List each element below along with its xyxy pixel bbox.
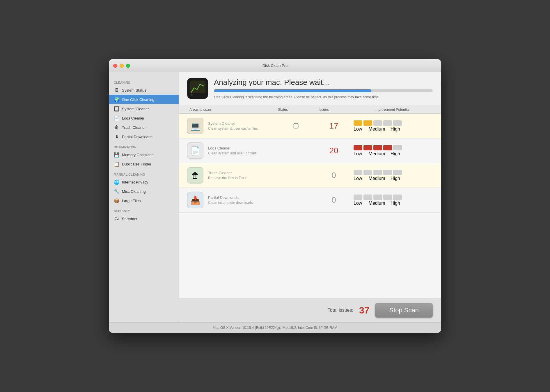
row-issues-trash-cleaner: 0 [316,171,351,180]
sidebar-item-duplicates-finder[interactable]: 📋Duplicates Finder [109,159,179,169]
row-title-system-cleaner: System Cleaner [208,121,259,126]
scan-row-partial-downloads: 📥Partial DownloadsClean incomplete downl… [179,188,441,213]
bar-label-medium-logs-cleaner: Medium [369,151,385,156]
sidebar-section-security: SECURITY [109,205,179,214]
sidebar-item-internet-privacy[interactable]: 🌐Internet Privacy [109,177,179,187]
row-desc-logs-cleaner: Clean system and user log files. [208,151,258,155]
sidebar-label-system-status: System Status [122,88,146,92]
bar-label-low-trash-cleaner: Low [354,176,369,181]
header-subtitle: One Click Cleaning is scanning the follo… [214,95,433,100]
sidebar-section-manual-cleaning: MANUAL CLEANING [109,169,179,177]
row-issues-partial-downloads: 0 [316,195,351,205]
row-icon-system-cleaner: 💻 [187,118,203,134]
bar-label-medium-trash-cleaner: Medium [369,176,385,181]
row-info-trash-cleaner: 🗑Trash CleanerRemove the files in Trash. [187,167,276,183]
app-window: Disk Clean Pro CLEANING🖥System Status🌍On… [109,59,441,333]
bar-label-high-logs-cleaner: High [385,151,400,156]
bar-label-low-logs-cleaner: Low [354,151,369,156]
window-controls [113,64,130,68]
main-header: 0 Analyzing your mac. Please wait... One… [179,72,441,106]
window-title: Disk Clean Pro [262,63,288,68]
partial-downloads-icon: ⬇ [114,134,120,140]
sidebar-label-partial-downloads: Partial Downloads [122,135,152,139]
improvement-cell-logs-cleaner: LowMediumHigh [351,145,433,156]
app-icon: 0 [187,78,208,99]
sidebar-label-trash-cleaner: Trash Cleaner [122,125,146,130]
sidebar-label-misc-cleaning: Misc Cleaning [122,189,146,194]
header-text: Analyzing your mac. Please wait... One C… [214,78,433,100]
sidebar-item-memory-optimizer[interactable]: 💾Memory Optimizer [109,150,179,159]
one-click-cleaning-icon: 🌍 [114,97,120,102]
bar-label-medium-partial-downloads: Medium [369,201,385,206]
sidebar-item-shredder[interactable]: 🗂Shredder [109,214,179,223]
large-files-icon: 📦 [114,198,120,204]
spinner-system-cleaner [293,123,299,129]
row-info-logs-cleaner: 📄Logs CleanerClean system and user log f… [187,142,276,159]
memory-optimizer-icon: 💾 [114,152,120,158]
close-button[interactable] [113,64,117,68]
row-icon-trash-cleaner: 🗑 [187,167,203,183]
status-text: Mac OS X Version 10.15.4 (Build 19E224g)… [213,326,337,330]
minimize-button[interactable] [120,64,124,68]
sidebar-item-misc-cleaning[interactable]: 🔧Misc Cleaning [109,187,179,196]
sidebar-label-memory-optimizer: Memory Optimizer [122,153,153,157]
logs-cleaner-icon: 📄 [114,115,120,121]
sidebar-item-partial-downloads[interactable]: ⬇Partial Downloads [109,132,179,141]
row-issues-logs-cleaner: 20 [316,146,351,155]
sidebar-item-large-files[interactable]: 📦Large Files [109,196,179,205]
total-issues-value: 37 [359,305,370,316]
bar-label-low-system-cleaner: Low [354,126,369,132]
bar-label-high-partial-downloads: High [385,201,400,206]
sidebar-item-trash-cleaner[interactable]: 🗑Trash Cleaner [109,123,179,132]
sidebar: CLEANING🖥System Status🌍One Click Cleanin… [109,72,179,322]
sidebar-item-system-status[interactable]: 🖥System Status [109,85,179,95]
col-header-status: Status [276,108,316,112]
scan-row-trash-cleaner: 🗑Trash CleanerRemove the files in Trash.… [179,163,441,188]
scan-row-logs-cleaner: 📄Logs CleanerClean system and user log f… [179,138,441,163]
row-desc-system-cleaner: Clean system & user cache files. [208,126,259,131]
row-title-logs-cleaner: Logs Cleaner [208,146,258,150]
sidebar-item-system-cleaner[interactable]: 🔲System Cleaner [109,104,179,113]
row-info-system-cleaner: 💻System CleanerClean system & user cache… [187,118,276,134]
footer-bar: Total issues: 37 Stop Scan [179,298,441,322]
header-title: Analyzing your mac. Please wait... [214,78,433,87]
internet-privacy-icon: 🌐 [114,179,120,185]
sidebar-label-system-cleaner: System Cleaner [122,107,149,111]
sidebar-label-shredder: Shredder [122,217,137,221]
sidebar-label-large-files: Large Files [122,199,141,203]
sidebar-label-duplicates-finder: Duplicates Finder [122,162,151,166]
row-info-partial-downloads: 📥Partial DownloadsClean incomplete downl… [187,192,276,208]
row-issues-system-cleaner: 17 [316,121,351,131]
total-issues-label: Total issues: [328,308,353,313]
improvement-cell-trash-cleaner: LowMediumHigh [351,170,433,181]
row-title-partial-downloads: Partial Downloads [208,195,254,200]
system-cleaner-icon: 🔲 [114,106,120,112]
misc-cleaning-icon: 🔧 [114,188,120,194]
bar-label-low-partial-downloads: Low [354,201,369,206]
progress-bar-container [214,89,433,92]
sidebar-label-logs-cleaner: Logs Cleaner [122,116,144,120]
sidebar-label-internet-privacy: Internet Privacy [122,180,148,184]
row-icon-partial-downloads: 📥 [187,192,203,208]
scan-table: 💻System CleanerClean system & user cache… [179,114,441,298]
main-content: 0 Analyzing your mac. Please wait... One… [179,72,441,322]
maximize-button[interactable] [126,64,130,68]
titlebar: Disk Clean Pro [109,59,441,72]
row-desc-partial-downloads: Clean incomplete downloads. [208,201,254,205]
row-status-system-cleaner [276,123,316,129]
sidebar-item-logs-cleaner[interactable]: 📄Logs Cleaner [109,113,179,123]
status-bar: Mac OS X Version 10.15.4 (Build 19E224g)… [109,322,441,333]
improvement-cell-partial-downloads: LowMediumHigh [351,195,433,206]
improvement-cell-system-cleaner: LowMediumHigh [351,120,433,132]
row-title-trash-cleaner: Trash Cleaner [208,171,249,175]
sidebar-label-one-click-cleaning: One Click Cleaning [122,97,154,102]
sidebar-item-one-click-cleaning[interactable]: 🌍One Click Cleaning [109,95,179,104]
row-desc-trash-cleaner: Remove the files in Trash. [208,176,249,180]
stop-scan-button[interactable]: Stop Scan [375,303,433,318]
sidebar-section-cleaning: CLEANING [109,77,179,85]
table-header: Areas to scanStatusIssuesImprovement Pot… [179,106,441,114]
system-status-icon: 🖥 [114,87,120,93]
sidebar-section-optimization: OPTIMIZATION [109,141,179,150]
shredder-icon: 🗂 [114,216,120,222]
app-body: CLEANING🖥System Status🌍One Click Cleanin… [109,72,441,322]
